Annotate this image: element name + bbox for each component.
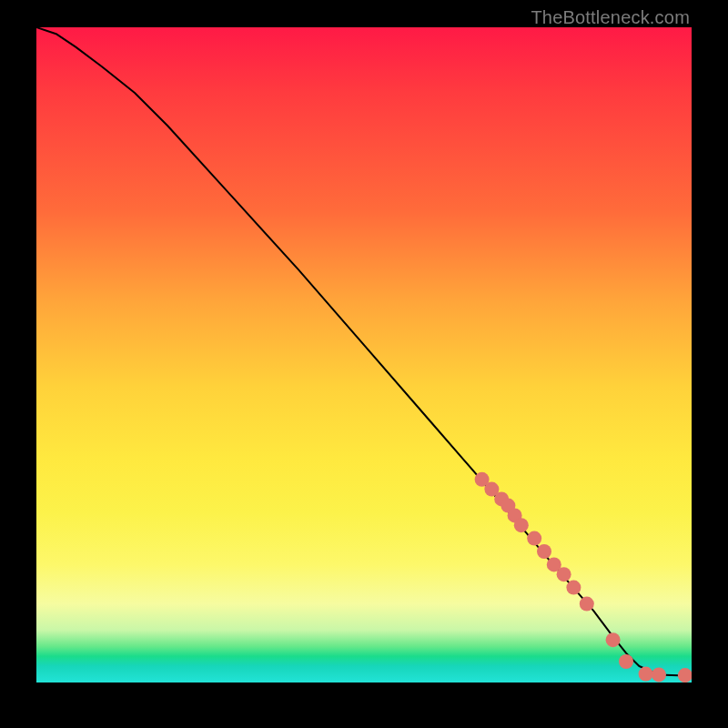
- data-point: [566, 581, 581, 595]
- data-point: [678, 668, 692, 682]
- data-point: [580, 597, 594, 612]
- data-point: [619, 654, 633, 669]
- data-point: [537, 544, 551, 559]
- data-point: [606, 632, 621, 647]
- chart-stage: TheBottleneck.com: [0, 0, 728, 728]
- plot-area: [36, 27, 692, 682]
- data-point: [557, 567, 571, 581]
- curve-line: [36, 27, 692, 676]
- chart-svg-layer: [36, 27, 692, 682]
- data-point: [514, 518, 529, 532]
- data-point: [527, 531, 541, 546]
- data-point: [652, 667, 666, 682]
- data-point: [639, 667, 653, 682]
- attribution-text: TheBottleneck.com: [531, 7, 690, 28]
